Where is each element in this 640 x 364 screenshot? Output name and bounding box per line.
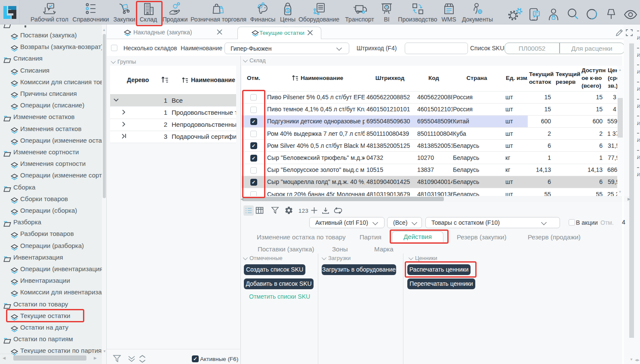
svg-text:$: $ xyxy=(286,8,289,13)
